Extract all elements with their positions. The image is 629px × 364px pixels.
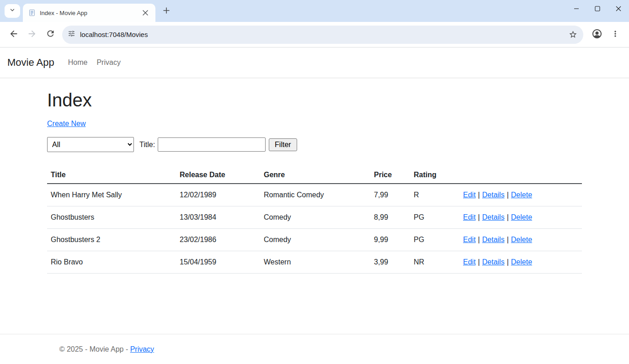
title-filter-label: Title:	[139, 141, 155, 149]
action-separator: |	[478, 191, 480, 199]
genre-select[interactable]: All	[47, 137, 134, 152]
footer-text: © 2025 - Movie App -	[59, 345, 130, 353]
url-text[interactable]: localhost:7048/Movies	[80, 31, 566, 38]
cell-title: Ghostbusters 2	[47, 229, 176, 251]
browser-menu-button[interactable]	[606, 26, 624, 44]
cell-genre: Western	[260, 251, 370, 274]
cell-title: Rio Bravo	[47, 251, 176, 274]
browser-tab[interactable]: Index - Movie App	[23, 4, 155, 22]
address-bar[interactable]: localhost:7048/Movies	[62, 26, 583, 44]
details-link[interactable]: Details	[482, 191, 505, 199]
edit-link[interactable]: Edit	[463, 213, 476, 221]
edit-link[interactable]: Edit	[463, 236, 476, 243]
edit-link[interactable]: Edit	[463, 258, 476, 266]
footer-privacy-link[interactable]: Privacy	[130, 345, 154, 353]
kebab-menu-icon	[611, 29, 620, 40]
filter-button[interactable]: Filter	[269, 138, 297, 151]
minimize-icon	[574, 5, 579, 13]
action-separator: |	[478, 213, 480, 221]
chevron-down-icon	[9, 7, 16, 15]
header-title: Title	[47, 167, 176, 184]
cell-release-date: 23/02/1986	[176, 229, 260, 251]
site-favicon-icon	[28, 9, 36, 16]
header-price: Price	[370, 167, 410, 184]
cell-title: When Harry Met Sally	[47, 184, 176, 206]
window-minimize-button[interactable]	[566, 0, 587, 18]
nav-link-home[interactable]: Home	[64, 55, 92, 70]
site-settings-icon[interactable]	[68, 30, 75, 39]
profile-button[interactable]	[588, 26, 606, 44]
edit-link[interactable]: Edit	[463, 191, 476, 199]
page-viewport: Movie App Home Privacy Index Create New …	[0, 47, 629, 364]
window-maximize-button[interactable]	[587, 0, 608, 18]
window-controls	[566, 0, 629, 22]
action-separator: |	[507, 191, 509, 199]
delete-link[interactable]: Delete	[511, 213, 532, 221]
table-row: Ghostbusters 2 23/02/1986 Comedy 9,99 PG…	[47, 229, 582, 251]
close-icon	[616, 5, 621, 13]
cell-actions: Edit|Details|Delete	[459, 251, 582, 274]
action-separator: |	[507, 213, 509, 221]
delete-link[interactable]: Delete	[511, 236, 532, 243]
cell-actions: Edit|Details|Delete	[459, 229, 582, 251]
create-new-link[interactable]: Create New	[47, 120, 85, 128]
action-separator: |	[478, 236, 480, 243]
details-link[interactable]: Details	[482, 258, 505, 266]
details-link[interactable]: Details	[482, 236, 505, 243]
plus-icon	[163, 7, 170, 16]
tab-title: Index - Movie App	[40, 10, 140, 16]
back-button[interactable]	[5, 26, 23, 44]
cell-rating: NR	[410, 251, 459, 274]
action-separator: |	[507, 258, 509, 266]
cell-release-date: 15/04/1959	[176, 251, 260, 274]
table-header-row: Title Release Date Genre Price Rating	[47, 167, 582, 184]
cell-rating: PG	[410, 229, 459, 251]
tab-close-icon[interactable]	[140, 7, 151, 18]
forward-button[interactable]	[23, 26, 41, 44]
table-row: When Harry Met Sally 12/02/1989 Romantic…	[47, 184, 582, 206]
bookmark-star-icon[interactable]	[566, 28, 580, 42]
cell-price: 8,99	[370, 206, 410, 229]
cell-price: 7,99	[370, 184, 410, 206]
cell-title: Ghostbusters	[47, 206, 176, 229]
back-arrow-icon	[9, 29, 19, 41]
brand-link[interactable]: Movie App	[7, 57, 54, 69]
header-rating: Rating	[410, 167, 459, 184]
nav-link-privacy[interactable]: Privacy	[92, 55, 125, 70]
details-link[interactable]: Details	[482, 213, 505, 221]
cell-release-date: 13/03/1984	[176, 206, 260, 229]
main-content: Index Create New All Title: Filter Title	[0, 78, 629, 334]
tab-search-button[interactable]	[5, 4, 20, 18]
reload-button[interactable]	[41, 26, 59, 44]
cell-price: 9,99	[370, 229, 410, 251]
action-separator: |	[507, 236, 509, 243]
header-release-date: Release Date	[176, 167, 260, 184]
cell-rating: PG	[410, 206, 459, 229]
site-navbar: Movie App Home Privacy	[0, 47, 629, 78]
forward-arrow-icon	[27, 29, 37, 41]
movies-table: Title Release Date Genre Price Rating Wh…	[47, 167, 582, 274]
table-row: Ghostbusters 13/03/1984 Comedy 8,99 PG E…	[47, 206, 582, 229]
reload-icon	[46, 29, 55, 40]
cell-genre: Romantic Comedy	[260, 184, 370, 206]
new-tab-button[interactable]	[159, 4, 174, 19]
page-title: Index	[47, 90, 582, 111]
delete-link[interactable]: Delete	[511, 258, 532, 266]
action-separator: |	[478, 258, 480, 266]
profile-avatar-icon	[592, 28, 602, 41]
cell-rating: R	[410, 184, 459, 206]
cell-release-date: 12/02/1989	[176, 184, 260, 206]
cell-price: 3,99	[370, 251, 410, 274]
cell-actions: Edit|Details|Delete	[459, 184, 582, 206]
cell-genre: Comedy	[260, 206, 370, 229]
site-footer: © 2025 - Movie App - Privacy	[0, 334, 629, 364]
cell-actions: Edit|Details|Delete	[459, 206, 582, 229]
window-close-button[interactable]	[608, 0, 629, 18]
delete-link[interactable]: Delete	[511, 191, 532, 199]
filter-form: All Title: Filter	[47, 137, 582, 152]
title-filter-input[interactable]	[158, 137, 266, 152]
maximize-icon	[595, 5, 600, 13]
header-actions	[459, 167, 582, 184]
cell-genre: Comedy	[260, 229, 370, 251]
browser-tabstrip: Index - Movie App	[0, 0, 629, 22]
